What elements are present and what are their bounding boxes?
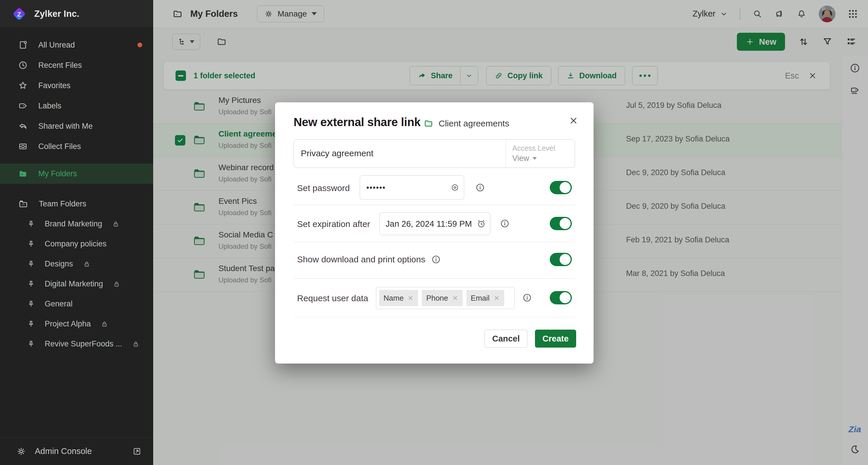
sidebar-item-all-unread[interactable]: All Unread	[0, 35, 153, 55]
pin-icon	[27, 280, 35, 289]
team-folder-label: General	[45, 299, 72, 308]
divider	[293, 278, 575, 279]
expiration-info-icon[interactable]	[500, 219, 510, 228]
sidebar-item-favorites[interactable]: Favorites	[0, 75, 153, 96]
sidebar-item-designs[interactable]: Designs	[0, 254, 153, 274]
sidebar-item-digital-marketing[interactable]: Digital Marketing	[0, 274, 153, 294]
tag-icon	[18, 101, 28, 111]
sidebar-item-label: All Unread	[38, 41, 75, 49]
pin-icon	[27, 220, 35, 228]
team-folder-icon	[18, 199, 28, 209]
pin-icon	[27, 260, 35, 268]
sidebar: Z Zylker Inc. All Unread Recent Files	[0, 0, 153, 465]
access-level-dropdown[interactable]: Access Level View	[506, 140, 575, 168]
request-user-data-toggle[interactable]	[550, 291, 572, 304]
set-password-label: Set password	[297, 183, 350, 193]
password-info-icon[interactable]	[475, 182, 485, 193]
chip-label: Email	[471, 294, 490, 303]
request-user-data-label: Request user data	[297, 293, 368, 303]
set-expiration-label: Set expiration after	[297, 219, 370, 229]
folder-icon	[424, 119, 433, 128]
download-print-info-icon[interactable]	[431, 255, 441, 264]
sidebar-item-brand-marketing[interactable]: Brand Marketing	[0, 214, 153, 234]
app-root: Z Zylker Inc. All Unread Recent Files	[0, 0, 868, 465]
team-folder-label: Digital Marketing	[45, 279, 103, 289]
modal-context-folder: Client agreements	[439, 119, 509, 128]
pin-icon	[27, 300, 35, 308]
remove-chip-icon[interactable]	[407, 295, 414, 301]
shared-arrow-icon	[18, 121, 28, 131]
sidebar-item-label: Recent Files	[38, 61, 82, 70]
sidebar-item-label: Collect Files	[38, 142, 81, 151]
expiration-toggle[interactable]	[550, 217, 572, 230]
pin-icon	[27, 320, 35, 328]
sidebar-item-label: Team Folders	[39, 199, 87, 208]
team-folder-label: Revive SuperFoods ...	[45, 339, 122, 348]
cancel-button[interactable]: Cancel	[485, 330, 527, 347]
password-field	[360, 175, 464, 200]
expiration-field	[379, 212, 490, 235]
admin-console-label: Admin Console	[35, 446, 92, 456]
divider	[293, 317, 575, 318]
team-folder-label: Designs	[45, 260, 73, 268]
remove-chip-icon[interactable]	[452, 295, 458, 301]
chip-email: Email	[466, 290, 504, 306]
company-name: Zylker Inc.	[34, 9, 80, 19]
team-folder-label: Company policies	[45, 239, 106, 248]
show-password-icon[interactable]	[450, 183, 460, 192]
external-link-icon	[132, 447, 142, 456]
sidebar-item-company-policies[interactable]: Company policies	[0, 234, 153, 254]
request-user-data-info-icon[interactable]	[522, 293, 532, 303]
sidebar-item-labels[interactable]: Labels	[0, 96, 153, 116]
lock-icon	[83, 260, 91, 268]
sidebar-item-recent-files[interactable]: Recent Files	[0, 55, 153, 75]
sidebar-item-my-folders[interactable]: My Folders	[0, 164, 153, 184]
sidebar-item-collect-files[interactable]: Collect Files	[0, 136, 153, 157]
brand: Z Zylker Inc.	[0, 0, 153, 28]
pin-icon	[27, 240, 35, 248]
clock-icon	[18, 60, 28, 70]
collect-inbox-icon	[18, 141, 28, 151]
modal-close-icon[interactable]	[568, 116, 579, 126]
sidebar-item-label: Labels	[38, 101, 62, 110]
link-name-field: Access Level View	[293, 139, 575, 168]
admin-console-button[interactable]: Admin Console	[0, 437, 153, 465]
link-name-input[interactable]	[294, 140, 494, 167]
divider	[293, 242, 575, 242]
lock-icon	[112, 220, 120, 228]
alarm-clock-icon[interactable]	[476, 219, 486, 229]
request-user-data-chips: Name Phone Email	[376, 287, 515, 309]
team-folder-label: Project Alpha	[45, 320, 91, 328]
create-button[interactable]: Create	[535, 330, 576, 347]
pin-icon	[27, 340, 35, 348]
gear-icon	[16, 446, 26, 456]
modal-title: New external share link	[293, 116, 421, 129]
sidebar-item-label: Favorites	[38, 81, 70, 90]
unread-doc-icon	[18, 40, 28, 50]
sidebar-item-general[interactable]: General	[0, 294, 153, 314]
lock-icon	[101, 320, 108, 328]
password-toggle[interactable]	[550, 181, 572, 194]
lock-icon	[113, 280, 120, 288]
remove-chip-icon[interactable]	[493, 295, 500, 301]
download-print-toggle[interactable]	[550, 253, 572, 266]
svg-text:Z: Z	[17, 10, 21, 18]
unread-badge	[137, 43, 142, 47]
lock-icon	[132, 340, 140, 348]
sidebar-item-revive-superfoods[interactable]: Revive SuperFoods ...	[0, 334, 153, 354]
chip-label: Name	[383, 294, 404, 303]
expiration-input[interactable]	[379, 212, 490, 235]
team-folder-label: Brand Marketing	[45, 220, 102, 228]
divider	[293, 205, 575, 205]
chip-phone: Phone	[422, 290, 462, 306]
sidebar-item-label: Shared with Me	[38, 122, 93, 131]
new-external-share-link-modal: New external share link Client agreement…	[275, 102, 594, 364]
sidebar-item-project-alpha[interactable]: Project Alpha	[0, 314, 153, 334]
chip-name: Name	[379, 290, 418, 306]
sidebar-item-team-folders[interactable]: Team Folders	[0, 194, 153, 214]
sidebar-item-shared-with-me[interactable]: Shared with Me	[0, 116, 153, 136]
password-input[interactable]	[360, 175, 464, 200]
star-icon	[18, 80, 28, 91]
sidebar-item-label: My Folders	[38, 169, 77, 178]
sidebar-nav: All Unread Recent Files Favorites Labe	[0, 28, 153, 354]
